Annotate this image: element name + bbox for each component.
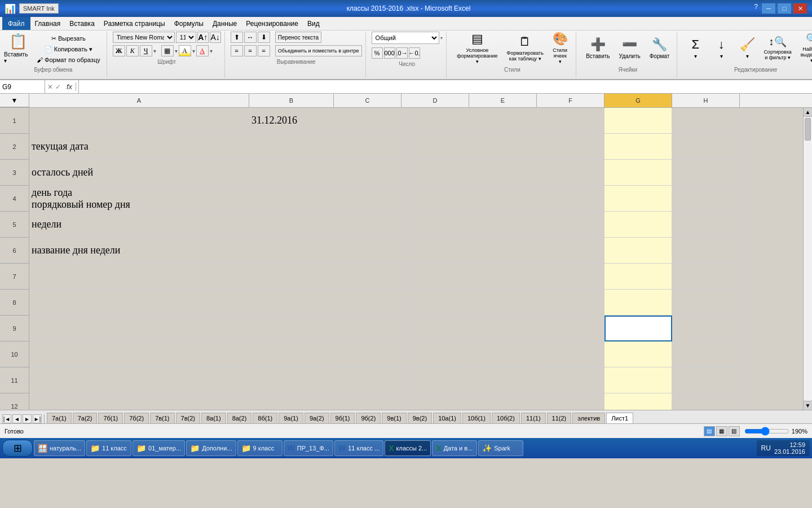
thousand-sep-button[interactable]: 000 <box>384 47 395 59</box>
cell-c8[interactable] <box>334 290 401 316</box>
format-as-table-button[interactable]: 🗒 Форматироватькак таблицу ▾ <box>504 32 546 64</box>
sheet-tab-7a1[interactable]: 7а(1) <box>47 413 72 423</box>
menu-formulas[interactable]: Формулы <box>170 17 208 30</box>
cell-f12[interactable] <box>537 393 604 410</box>
paste-button[interactable]: 📋 Вставить ▾ <box>3 32 33 64</box>
cell-b6[interactable] <box>249 238 334 264</box>
fill-color-button[interactable]: A <box>179 45 191 56</box>
align-top-button[interactable]: ⬆ <box>231 32 243 43</box>
cell-styles-button[interactable]: 🎨 Стилиячеек ▾ <box>548 32 572 64</box>
menu-review[interactable]: Рецензирование <box>241 17 303 30</box>
row-header-11[interactable]: 11 <box>0 367 29 393</box>
cell-e10[interactable] <box>469 341 537 367</box>
cell-h3[interactable] <box>672 160 740 186</box>
fill-button[interactable]: ↓ ▾ <box>709 32 734 64</box>
sheet-tab-9a1[interactable]: 9а(1) <box>279 413 303 423</box>
sheet-tab-10a1[interactable]: 10а(1) <box>433 413 461 423</box>
menu-page-layout[interactable]: Разметка страницы <box>99 17 170 30</box>
sheet-tab-9b1[interactable]: 9б(1) <box>330 413 355 423</box>
cell-e6[interactable] <box>469 238 537 264</box>
sheet-tab-8a1[interactable]: 8а(1) <box>201 413 226 423</box>
row-header-1[interactable]: 1 <box>0 108 29 134</box>
cell-c12[interactable] <box>334 393 401 410</box>
sheet-tab-7v1[interactable]: 7в(1) <box>150 413 174 423</box>
cell-b12[interactable] <box>249 393 334 410</box>
select-all-button[interactable]: ▼ <box>0 94 29 107</box>
row-header-7[interactable]: 7 <box>0 264 29 290</box>
cell-d6[interactable] <box>401 238 469 264</box>
taskbar-item-6[interactable]: W 11 класс ... <box>334 440 383 456</box>
cell-a7[interactable] <box>29 264 249 290</box>
merge-center-button[interactable]: Объединить и поместить в центре <box>275 45 362 56</box>
cell-d12[interactable] <box>401 393 469 410</box>
bold-button[interactable]: Ж <box>113 45 125 56</box>
cell-b2[interactable] <box>249 134 334 160</box>
decrease-font-button[interactable]: A↓ <box>210 32 221 43</box>
row-header-12[interactable]: 12 <box>0 393 29 410</box>
sheet-tab-8a2[interactable]: 8а(2) <box>227 413 252 423</box>
cell-c3[interactable] <box>334 160 401 186</box>
cell-g4[interactable] <box>604 186 672 212</box>
format-cells-button[interactable]: 🔧 Формат <box>646 32 674 64</box>
cell-e11[interactable] <box>469 367 537 393</box>
taskbar-item-5[interactable]: W ПР_13_Ф... <box>284 440 333 456</box>
cell-d2[interactable] <box>401 134 469 160</box>
name-box[interactable]: G9 <box>0 80 45 93</box>
cell-a6[interactable]: название дня недели <box>29 238 249 264</box>
sheet-tab-9b2[interactable]: 9б(2) <box>356 413 381 423</box>
cell-h7[interactable] <box>672 264 740 290</box>
clear-button[interactable]: 🧹 ▾ <box>735 32 760 64</box>
cell-b11[interactable] <box>249 367 334 393</box>
cell-g6[interactable] <box>604 238 672 264</box>
cell-g7[interactable] <box>604 264 672 290</box>
taskbar-item-0[interactable]: 🪟 натураль... <box>34 440 85 456</box>
col-header-e[interactable]: E <box>469 94 537 107</box>
taskbar-item-2[interactable]: 📁 01_матер... <box>133 440 185 456</box>
cell-d3[interactable] <box>401 160 469 186</box>
cell-a5[interactable]: недели <box>29 212 249 238</box>
cell-c6[interactable] <box>334 238 401 264</box>
cell-a12[interactable] <box>29 393 249 410</box>
sheet-tab-elective[interactable]: электив <box>572 413 605 423</box>
cell-a3[interactable]: осталось дней <box>29 160 249 186</box>
cell-b10[interactable] <box>249 341 334 367</box>
cell-b9[interactable] <box>249 316 334 341</box>
align-center-button[interactable]: ≡ <box>244 45 257 56</box>
col-header-f[interactable]: F <box>537 94 604 107</box>
cell-e2[interactable] <box>469 134 537 160</box>
sheet-tab-7a2[interactable]: 7а(2) <box>73 413 98 423</box>
row-header-10[interactable]: 10 <box>0 341 29 367</box>
cell-g3[interactable] <box>604 160 672 186</box>
tab-scroll-first[interactable]: |◄ <box>2 414 11 423</box>
cell-f7[interactable] <box>537 264 604 290</box>
cell-a11[interactable] <box>29 367 249 393</box>
col-header-a[interactable]: A <box>29 94 249 107</box>
cell-e8[interactable] <box>469 290 537 316</box>
cut-button[interactable]: ✂ Вырезать <box>34 34 103 43</box>
insert-cells-button[interactable]: ➕ Вставить <box>582 32 614 64</box>
cell-h12[interactable] <box>672 393 740 410</box>
row-header-8[interactable]: 8 <box>0 290 29 316</box>
percent-button[interactable]: % <box>372 47 383 59</box>
cell-e7[interactable] <box>469 264 537 290</box>
cell-a2[interactable]: текущая дата <box>29 134 249 160</box>
cell-d1[interactable] <box>401 108 469 134</box>
sheet-tab-8b1[interactable]: 8б(1) <box>253 413 277 423</box>
cell-h1[interactable] <box>672 108 740 134</box>
increase-font-button[interactable]: A↑ <box>197 32 209 43</box>
cell-f8[interactable] <box>537 290 604 316</box>
cell-e5[interactable] <box>469 212 537 238</box>
page-layout-view-button[interactable]: ▦ <box>716 426 727 436</box>
cell-f4[interactable] <box>537 186 604 212</box>
sheet-tab-7b2[interactable]: 7б(2) <box>124 413 149 423</box>
cell-b3[interactable] <box>249 160 334 186</box>
sheet-tab-9v2[interactable]: 9в(2) <box>408 413 432 423</box>
col-header-d[interactable]: D <box>401 94 469 107</box>
increase-decimal-button[interactable]: .0→ <box>396 47 408 59</box>
sheet-tab-11-2[interactable]: 11(2) <box>547 413 572 423</box>
cell-d11[interactable] <box>401 367 469 393</box>
decrease-decimal-button[interactable]: ←0. <box>409 47 420 59</box>
cell-g10[interactable] <box>604 341 672 367</box>
cell-f5[interactable] <box>537 212 604 238</box>
row-header-9[interactable]: 9 <box>0 316 29 341</box>
